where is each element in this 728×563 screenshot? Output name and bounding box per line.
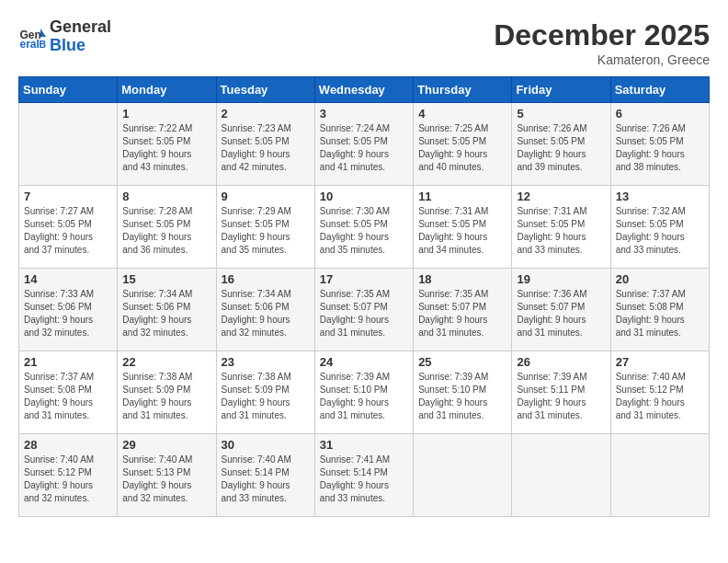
day-info: Sunrise: 7:26 AM Sunset: 5:05 PM Dayligh… — [616, 122, 704, 174]
calendar-cell: 8Sunrise: 7:28 AM Sunset: 5:05 PM Daylig… — [118, 186, 216, 269]
weekday-header-friday: Friday — [512, 77, 610, 103]
calendar-cell: 25Sunrise: 7:39 AM Sunset: 5:10 PM Dayli… — [414, 351, 512, 434]
day-number: 25 — [418, 355, 506, 369]
location-subtitle: Kamateron, Greece — [494, 52, 710, 67]
day-number: 22 — [122, 355, 210, 369]
calendar-cell: 29Sunrise: 7:40 AM Sunset: 5:13 PM Dayli… — [118, 434, 216, 517]
day-info: Sunrise: 7:36 AM Sunset: 5:07 PM Dayligh… — [517, 288, 605, 339]
calendar-cell — [512, 434, 610, 517]
week-row-1: 1Sunrise: 7:22 AM Sunset: 5:05 PM Daylig… — [19, 103, 710, 186]
day-number: 28 — [24, 438, 112, 452]
logo: Gen eral B General Blue — [18, 18, 111, 55]
calendar-cell: 17Sunrise: 7:35 AM Sunset: 5:07 PM Dayli… — [314, 269, 413, 351]
weekday-header-monday: Monday — [118, 77, 216, 103]
calendar-cell: 9Sunrise: 7:29 AM Sunset: 5:05 PM Daylig… — [216, 186, 314, 269]
day-info: Sunrise: 7:28 AM Sunset: 5:05 PM Dayligh… — [122, 205, 210, 257]
day-info: Sunrise: 7:31 AM Sunset: 5:05 PM Dayligh… — [418, 205, 506, 257]
day-info: Sunrise: 7:33 AM Sunset: 5:06 PM Dayligh… — [24, 288, 112, 339]
day-info: Sunrise: 7:40 AM Sunset: 5:13 PM Dayligh… — [122, 454, 210, 505]
weekday-header-row: SundayMondayTuesdayWednesdayThursdayFrid… — [19, 77, 710, 103]
calendar-cell: 30Sunrise: 7:40 AM Sunset: 5:14 PM Dayli… — [216, 434, 314, 517]
week-row-5: 28Sunrise: 7:40 AM Sunset: 5:12 PM Dayli… — [19, 434, 710, 517]
day-info: Sunrise: 7:30 AM Sunset: 5:05 PM Dayligh… — [320, 205, 408, 257]
day-info: Sunrise: 7:23 AM Sunset: 5:05 PM Dayligh… — [222, 122, 310, 174]
day-number: 30 — [222, 438, 310, 452]
calendar-cell: 24Sunrise: 7:39 AM Sunset: 5:10 PM Dayli… — [314, 351, 413, 434]
calendar-cell — [610, 434, 709, 517]
day-number: 5 — [517, 107, 605, 121]
calendar-table: SundayMondayTuesdayWednesdayThursdayFrid… — [18, 76, 710, 517]
day-info: Sunrise: 7:39 AM Sunset: 5:10 PM Dayligh… — [320, 371, 408, 422]
calendar-cell: 16Sunrise: 7:34 AM Sunset: 5:06 PM Dayli… — [216, 269, 314, 351]
logo-text: General Blue — [50, 18, 111, 55]
calendar-cell: 18Sunrise: 7:35 AM Sunset: 5:07 PM Dayli… — [414, 269, 512, 351]
calendar-cell: 26Sunrise: 7:39 AM Sunset: 5:11 PM Dayli… — [512, 351, 610, 434]
weekday-header-wednesday: Wednesday — [314, 77, 413, 103]
calendar-cell: 5Sunrise: 7:26 AM Sunset: 5:05 PM Daylig… — [512, 103, 610, 186]
day-info: Sunrise: 7:39 AM Sunset: 5:10 PM Dayligh… — [418, 371, 506, 422]
day-info: Sunrise: 7:37 AM Sunset: 5:08 PM Dayligh… — [616, 288, 704, 339]
day-number: 8 — [122, 190, 210, 203]
day-number: 4 — [418, 107, 506, 121]
day-info: Sunrise: 7:31 AM Sunset: 5:05 PM Dayligh… — [517, 205, 605, 257]
svg-text:B: B — [40, 39, 47, 50]
day-number: 2 — [222, 107, 310, 121]
day-info: Sunrise: 7:35 AM Sunset: 5:07 PM Dayligh… — [418, 288, 506, 339]
day-info: Sunrise: 7:41 AM Sunset: 5:14 PM Dayligh… — [320, 454, 408, 505]
weekday-header-thursday: Thursday — [414, 77, 512, 103]
day-info: Sunrise: 7:32 AM Sunset: 5:05 PM Dayligh… — [616, 205, 704, 257]
day-info: Sunrise: 7:25 AM Sunset: 5:05 PM Dayligh… — [418, 122, 506, 174]
calendar-cell — [414, 434, 512, 517]
day-info: Sunrise: 7:29 AM Sunset: 5:05 PM Dayligh… — [222, 205, 310, 257]
calendar-cell: 21Sunrise: 7:37 AM Sunset: 5:08 PM Dayli… — [19, 351, 118, 434]
calendar-cell: 19Sunrise: 7:36 AM Sunset: 5:07 PM Dayli… — [512, 269, 610, 351]
day-number: 12 — [517, 190, 605, 203]
day-number: 19 — [517, 272, 605, 286]
day-info: Sunrise: 7:40 AM Sunset: 5:12 PM Dayligh… — [24, 454, 112, 505]
day-info: Sunrise: 7:38 AM Sunset: 5:09 PM Dayligh… — [122, 371, 210, 422]
day-info: Sunrise: 7:40 AM Sunset: 5:12 PM Dayligh… — [616, 371, 704, 422]
day-info: Sunrise: 7:26 AM Sunset: 5:05 PM Dayligh… — [517, 122, 605, 174]
svg-text:eral: eral — [20, 38, 40, 51]
day-number: 21 — [24, 355, 112, 369]
day-info: Sunrise: 7:39 AM Sunset: 5:11 PM Dayligh… — [517, 371, 605, 422]
calendar-cell: 28Sunrise: 7:40 AM Sunset: 5:12 PM Dayli… — [19, 434, 118, 517]
day-number: 29 — [122, 438, 210, 452]
weekday-header-tuesday: Tuesday — [216, 77, 314, 103]
month-title: December 2025 — [494, 18, 710, 52]
calendar-cell: 4Sunrise: 7:25 AM Sunset: 5:05 PM Daylig… — [414, 103, 512, 186]
logo-icon: Gen eral B — [18, 23, 46, 51]
calendar-cell: 1Sunrise: 7:22 AM Sunset: 5:05 PM Daylig… — [118, 103, 216, 186]
day-number: 7 — [24, 190, 112, 203]
day-info: Sunrise: 7:34 AM Sunset: 5:06 PM Dayligh… — [122, 288, 210, 339]
day-number: 17 — [320, 272, 408, 286]
calendar-cell: 13Sunrise: 7:32 AM Sunset: 5:05 PM Dayli… — [610, 186, 709, 269]
calendar-cell: 2Sunrise: 7:23 AM Sunset: 5:05 PM Daylig… — [216, 103, 314, 186]
day-number: 3 — [320, 107, 408, 121]
day-info: Sunrise: 7:22 AM Sunset: 5:05 PM Dayligh… — [122, 122, 210, 174]
day-info: Sunrise: 7:37 AM Sunset: 5:08 PM Dayligh… — [24, 371, 112, 422]
day-number: 20 — [616, 272, 704, 286]
day-number: 9 — [222, 190, 310, 203]
calendar-cell: 23Sunrise: 7:38 AM Sunset: 5:09 PM Dayli… — [216, 351, 314, 434]
calendar-cell: 22Sunrise: 7:38 AM Sunset: 5:09 PM Dayli… — [118, 351, 216, 434]
title-area: December 2025 Kamateron, Greece — [494, 18, 710, 67]
day-number: 23 — [222, 355, 310, 369]
calendar-cell: 10Sunrise: 7:30 AM Sunset: 5:05 PM Dayli… — [314, 186, 413, 269]
calendar-cell: 31Sunrise: 7:41 AM Sunset: 5:14 PM Dayli… — [314, 434, 413, 517]
day-info: Sunrise: 7:34 AM Sunset: 5:06 PM Dayligh… — [222, 288, 310, 339]
day-number: 6 — [616, 107, 704, 121]
calendar-cell: 20Sunrise: 7:37 AM Sunset: 5:08 PM Dayli… — [610, 269, 709, 351]
day-number: 15 — [122, 272, 210, 286]
day-info: Sunrise: 7:40 AM Sunset: 5:14 PM Dayligh… — [222, 454, 310, 505]
calendar-cell — [19, 103, 118, 186]
calendar-cell: 6Sunrise: 7:26 AM Sunset: 5:05 PM Daylig… — [610, 103, 709, 186]
calendar-cell: 27Sunrise: 7:40 AM Sunset: 5:12 PM Dayli… — [610, 351, 709, 434]
day-number: 13 — [616, 190, 704, 203]
calendar-cell: 11Sunrise: 7:31 AM Sunset: 5:05 PM Dayli… — [414, 186, 512, 269]
calendar-cell: 14Sunrise: 7:33 AM Sunset: 5:06 PM Dayli… — [19, 269, 118, 351]
day-info: Sunrise: 7:35 AM Sunset: 5:07 PM Dayligh… — [320, 288, 408, 339]
week-row-4: 21Sunrise: 7:37 AM Sunset: 5:08 PM Dayli… — [19, 351, 710, 434]
weekday-header-saturday: Saturday — [610, 77, 709, 103]
calendar-cell: 12Sunrise: 7:31 AM Sunset: 5:05 PM Dayli… — [512, 186, 610, 269]
